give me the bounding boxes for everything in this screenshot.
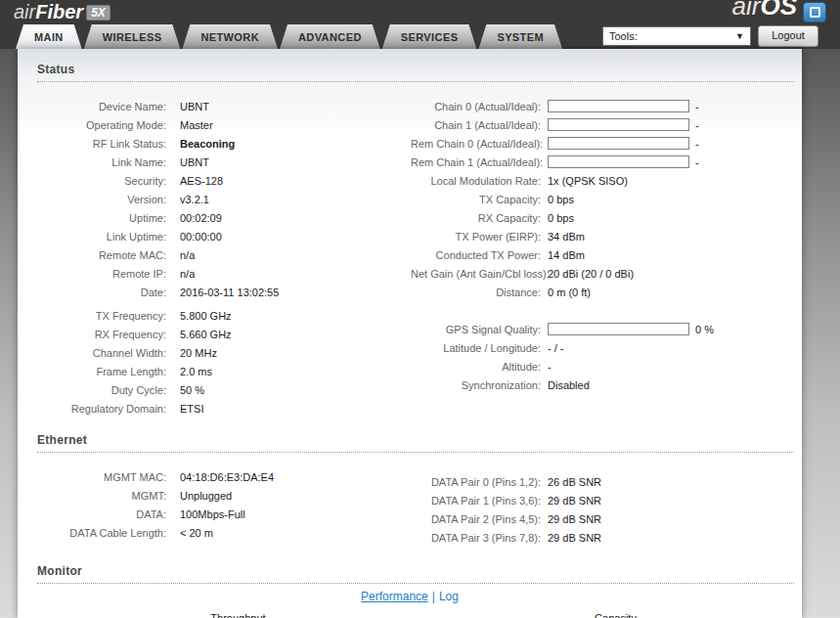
field-row: Chain 0 (Actual/Ideal):- bbox=[411, 97, 802, 115]
field-label: TX Frequency: bbox=[18, 310, 180, 322]
logout-button[interactable]: Logout bbox=[758, 25, 818, 47]
field-value: n/a bbox=[180, 268, 195, 280]
field-row: Duty Cycle:50 % bbox=[18, 380, 411, 399]
log-link[interactable]: Log bbox=[439, 590, 459, 603]
field-label: Date: bbox=[18, 287, 180, 298]
field-row: DATA:100Mbps-Full bbox=[18, 505, 411, 523]
field-row: RF Link Status:Beaconing bbox=[18, 134, 411, 153]
field-value: AES-128 bbox=[180, 175, 223, 187]
field-row: DATA Pair 1 (Pins 3,6):29 dB SNR bbox=[411, 491, 802, 509]
field-value: 1x (QPSK SISO) bbox=[548, 175, 628, 187]
field-row: Security:AES-128 bbox=[18, 171, 411, 190]
field-value: 50 % bbox=[180, 384, 204, 396]
field-label: Chain 0 (Actual/Ideal): bbox=[411, 101, 548, 112]
ethernet-section-title: Ethernet bbox=[37, 433, 794, 453]
performance-link[interactable]: Performance bbox=[361, 590, 428, 603]
field-label: Latitude / Longitude: bbox=[411, 342, 548, 354]
field-label: Link Uptime: bbox=[18, 231, 180, 243]
tab-system[interactable]: SYSTEM bbox=[478, 24, 562, 49]
field-row: Remote MAC:n/a bbox=[18, 245, 411, 264]
throughput-chart-title: Throughput bbox=[18, 612, 410, 618]
field-value: UBNT bbox=[180, 101, 209, 112]
field-label: Rem Chain 0 (Actual/Ideal): bbox=[411, 138, 548, 150]
field-value: 2.0 ms bbox=[180, 366, 212, 377]
airos-logo-air: air bbox=[732, 0, 761, 21]
field-row: Rem Chain 0 (Actual/Ideal):- bbox=[411, 134, 802, 153]
field-row: Altitude:- bbox=[411, 357, 802, 375]
field-value: n/a bbox=[180, 249, 195, 261]
field-value: v3.2.1 bbox=[180, 194, 209, 205]
field-value: 100Mbps-Full bbox=[180, 508, 245, 520]
field-label: Security: bbox=[18, 175, 180, 187]
header-bar: airFiber5X airOS Tools: ▼ Logout MAINWIR… bbox=[0, 0, 840, 49]
field-label: MGMT: bbox=[18, 490, 180, 502]
field-label: Altitude: bbox=[411, 361, 548, 373]
field-value: Master bbox=[180, 119, 213, 131]
field-value: - bbox=[548, 118, 699, 131]
airfiber-logo-air: air bbox=[14, 1, 35, 22]
field-value: Beaconing bbox=[180, 138, 235, 150]
field-label: RX Frequency: bbox=[18, 329, 180, 340]
tools-dropdown[interactable]: Tools: ▼ bbox=[602, 26, 751, 46]
signal-bar bbox=[548, 118, 689, 131]
field-row: Chain 1 (Actual/Ideal):- bbox=[411, 115, 802, 134]
field-row: DATA Pair 2 (Pins 4,5):29 dB SNR bbox=[411, 509, 802, 528]
field-value: 2016-03-11 13:02:55 bbox=[180, 287, 279, 298]
field-row: Date:2016-03-11 13:02:55 bbox=[18, 283, 411, 301]
field-row: DATA Pair 0 (Pins 1,2):26 dB SNR bbox=[411, 472, 802, 491]
field-row: Net Gain (Ant Gain/Cbl loss):20 dBi (20 … bbox=[411, 264, 802, 283]
field-value: 0 m (0 ft) bbox=[548, 287, 591, 298]
field-row: RX Capacity:0 bps bbox=[411, 208, 802, 227]
field-label: Distance: bbox=[411, 287, 548, 298]
field-row: Regulatory Domain:ETSI bbox=[18, 399, 411, 418]
status-right-block-a: Chain 0 (Actual/Ideal):-Chain 1 (Actual/… bbox=[411, 97, 802, 301]
field-row: Conducted TX Power:14 dBm bbox=[411, 245, 802, 264]
ethernet-right-block: DATA Pair 0 (Pins 1,2):26 dB SNRDATA Pai… bbox=[411, 472, 802, 547]
field-value: - bbox=[548, 155, 699, 168]
tab-main[interactable]: MAIN bbox=[16, 24, 82, 49]
status-left-column: Device Name:UBNTOperating Mode:MasterRF … bbox=[18, 97, 411, 418]
nav-tabs: MAINWIRELESSNETWORKADVANCEDSERVICESSYSTE… bbox=[16, 24, 564, 49]
field-row: Device Name:UBNT bbox=[18, 97, 411, 115]
field-row: Frame Length:2.0 ms bbox=[18, 362, 411, 380]
field-value: ETSI bbox=[180, 403, 203, 415]
field-row: Link Uptime:00:00:00 bbox=[18, 227, 411, 245]
field-value: 0 % bbox=[548, 323, 714, 335]
field-value: 34 dBm bbox=[548, 231, 585, 243]
field-label: Frame Length: bbox=[18, 366, 180, 377]
signal-bar bbox=[548, 137, 689, 150]
main-content: Status Device Name:UBNTOperating Mode:Ma… bbox=[18, 49, 802, 618]
field-value: 14 dBm bbox=[548, 249, 585, 261]
field-value: 5.800 GHz bbox=[180, 310, 232, 322]
field-label: Device Name: bbox=[18, 101, 180, 112]
field-label: DATA Pair 3 (Pins 7,8): bbox=[411, 532, 548, 544]
ubnt-logo-icon bbox=[803, 2, 826, 22]
field-label: DATA Pair 1 (Pins 3,6): bbox=[411, 495, 548, 507]
field-row: Distance:0 m (0 ft) bbox=[411, 283, 802, 301]
field-value: - bbox=[548, 100, 699, 112]
field-value: Unplugged bbox=[180, 490, 232, 502]
field-label: Remote MAC: bbox=[18, 249, 180, 261]
field-value: - / - bbox=[548, 342, 564, 354]
airos-logo-os: OS bbox=[760, 0, 797, 21]
field-row: Operating Mode:Master bbox=[18, 115, 411, 134]
field-label: DATA Pair 2 (Pins 4,5): bbox=[411, 513, 548, 525]
field-value: 0 bps bbox=[548, 212, 574, 224]
field-label: MGMT MAC: bbox=[18, 471, 180, 483]
field-row: Version:v3.2.1 bbox=[18, 190, 411, 208]
tab-wireless[interactable]: WIRELESS bbox=[84, 24, 181, 49]
field-label: DATA Pair 0 (Pins 1,2): bbox=[411, 476, 548, 488]
field-row: Link Name:UBNT bbox=[18, 153, 411, 171]
field-value: 26 dB SNR bbox=[548, 476, 601, 488]
field-row: DATA Pair 3 (Pins 7,8):29 dB SNR bbox=[411, 528, 802, 547]
field-label: GPS Signal Quality: bbox=[411, 324, 548, 335]
airfiber-logo: airFiber5X bbox=[14, 1, 111, 23]
tab-advanced[interactable]: ADVANCED bbox=[280, 24, 380, 49]
field-value: 20 MHz bbox=[180, 347, 217, 359]
tools-dropdown-label: Tools: bbox=[609, 30, 638, 42]
field-row: TX Frequency:5.800 GHz bbox=[18, 306, 411, 325]
tab-network[interactable]: NETWORK bbox=[182, 24, 278, 49]
field-row: Channel Width:20 MHz bbox=[18, 343, 411, 362]
field-value: 00:00:00 bbox=[180, 231, 222, 243]
tab-services[interactable]: SERVICES bbox=[382, 24, 477, 49]
